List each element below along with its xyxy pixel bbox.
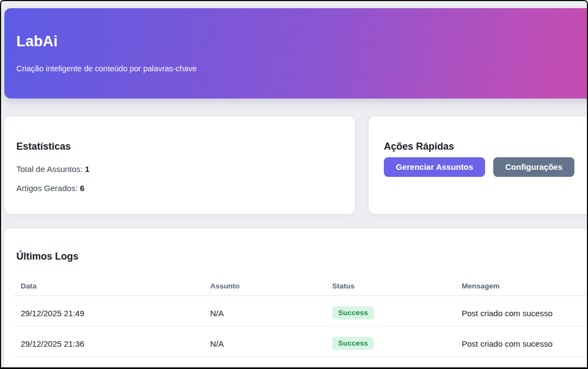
logs-table-body: 29/12/2025 21:49 N/A Success Post criado… <box>13 296 588 369</box>
log-cell-assunto: N/A <box>203 296 324 327</box>
log-table-row: 29/12/2025 21:35 N/A Success Post criado… <box>13 357 588 369</box>
hero-banner: LabAi Criação inteligente de conteúdo po… <box>4 8 588 99</box>
log-cell-status: Success <box>324 296 454 327</box>
log-table-row: 29/12/2025 21:36 N/A Success Post criado… <box>13 327 588 357</box>
settings-button[interactable]: Configurações <box>493 157 574 177</box>
log-cell-status: Success <box>324 357 454 369</box>
status-badge: Success <box>332 306 374 319</box>
log-cell-status: Success <box>324 327 454 357</box>
app-subtitle: Criação inteligente de conteúdo por pala… <box>16 64 588 74</box>
log-cell-data: 29/12/2025 21:49 <box>13 296 203 327</box>
dashboard-page: LabAi Criação inteligente de conteúdo po… <box>1 1 588 369</box>
quick-actions-title: Ações Rápidas <box>384 140 588 152</box>
log-cell-mensagem: Post criado com sucesso <box>454 327 588 357</box>
app-window: LabAi Criação inteligente de conteúdo po… <box>0 0 588 369</box>
stat-artigos-gerados-value: 6 <box>80 183 84 193</box>
column-header-data: Data <box>13 271 203 296</box>
log-cell-mensagem: Post criado com sucesso <box>454 296 588 327</box>
stat-total-assuntos: Total de Assuntos: 1 <box>16 152 342 174</box>
log-cell-data: 29/12/2025 21:35 <box>13 357 203 369</box>
logs-table: Data Assunto Status Mensagem 29/12/2025 … <box>13 271 588 369</box>
column-header-mensagem: Mensagem <box>454 271 588 296</box>
statistics-title: Estatísticas <box>16 140 342 152</box>
log-table-row: 29/12/2025 21:49 N/A Success Post criado… <box>13 296 588 327</box>
status-badge: Success <box>332 337 374 350</box>
quick-actions-buttons: Gerenciar Assuntos Configurações <box>384 157 588 177</box>
quick-actions-card: Ações Rápidas Gerenciar Assuntos Configu… <box>369 116 588 214</box>
column-header-status: Status <box>324 271 454 296</box>
stat-artigos-gerados: Artigos Gerados: 6 <box>16 174 342 193</box>
latest-logs-title: Últimos Logs <box>16 250 588 262</box>
stat-artigos-gerados-label: Artigos Gerados: <box>16 183 78 193</box>
latest-logs-card: Últimos Logs Data Assunto Status Mensage… <box>4 229 588 369</box>
log-cell-assunto: N/A <box>203 357 324 369</box>
app-title: LabAi <box>16 32 588 51</box>
stat-total-assuntos-value: 1 <box>85 164 89 174</box>
manage-subjects-button[interactable]: Gerenciar Assuntos <box>384 157 485 177</box>
statistics-card: Estatísticas Total de Assuntos: 1 Artigo… <box>4 116 355 214</box>
log-cell-data: 29/12/2025 21:36 <box>13 327 203 357</box>
column-header-assunto: Assunto <box>203 271 324 296</box>
logs-table-header: Data Assunto Status Mensagem <box>13 271 588 296</box>
stat-total-assuntos-label: Total de Assuntos: <box>16 164 83 174</box>
log-cell-assunto: N/A <box>203 327 324 357</box>
log-cell-mensagem: Post criado com sucesso <box>454 357 588 369</box>
summary-cards-row: Estatísticas Total de Assuntos: 1 Artigo… <box>4 116 588 214</box>
